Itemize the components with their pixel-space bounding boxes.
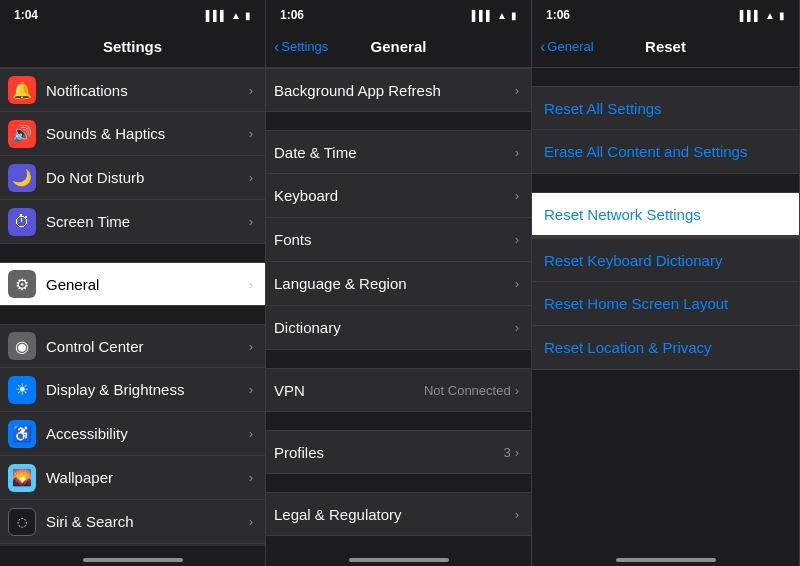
siri-label: Siri & Search <box>46 513 249 530</box>
time-2: 1:06 <box>280 8 304 22</box>
chevron-icon: › <box>515 507 519 522</box>
settings-title: Settings <box>103 38 162 55</box>
general-legal[interactable]: Legal & Regulatory › <box>266 492 531 536</box>
chevron-icon: › <box>249 126 253 141</box>
nav-bar-3: ‹ General Reset <box>532 28 799 68</box>
back-to-general[interactable]: ‹ General <box>540 38 594 56</box>
back-to-settings[interactable]: ‹ Settings <box>274 38 328 56</box>
general-group-1: Background App Refresh › <box>266 68 531 112</box>
settings-screentime[interactable]: ⏱ Screen Time › <box>0 200 265 244</box>
back-chevron-icon-2: ‹ <box>540 38 545 56</box>
home-bar-1 <box>83 558 183 562</box>
time-3: 1:06 <box>546 8 570 22</box>
reset-scroll[interactable]: Reset All Settings Erase All Content and… <box>532 68 799 546</box>
control-center-icon: ◉ <box>8 332 36 360</box>
wallpaper-icon: 🌄 <box>8 464 36 492</box>
settings-faceid[interactable]: 👤 Face ID & Passcode › <box>0 544 265 546</box>
settings-general[interactable]: ⚙ General › <box>0 262 265 306</box>
reset-keyboard-dict[interactable]: Reset Keyboard Dictionary <box>532 238 799 282</box>
dnd-icon: 🌙 <box>8 164 36 192</box>
profiles-value: 3 <box>503 445 510 460</box>
chevron-icon: › <box>249 470 253 485</box>
reset-location-privacy[interactable]: Reset Location & Privacy <box>532 326 799 370</box>
settings-display[interactable]: ☀ Display & Brightness › <box>0 368 265 412</box>
vpn-label: VPN <box>274 382 424 399</box>
chevron-icon: › <box>515 83 519 98</box>
legal-label: Legal & Regulatory <box>274 506 515 523</box>
home-indicator-3 <box>532 546 799 566</box>
siri-icon: ◌ <box>8 508 36 536</box>
status-bar-2: 1:06 ▌▌▌ ▲ ▮ <box>266 0 531 28</box>
home-indicator-1 <box>0 546 265 566</box>
display-icon: ☀ <box>8 376 36 404</box>
notifications-label: Notifications <box>46 82 249 99</box>
fonts-label: Fonts <box>274 231 515 248</box>
general-scroll[interactable]: Background App Refresh › Date & Time › K… <box>266 68 531 546</box>
signal-icon: ▌▌▌ <box>206 10 227 21</box>
settings-group-3: ◉ Control Center › ☀ Display & Brightnes… <box>0 324 265 546</box>
erase-all-content[interactable]: Erase All Content and Settings <box>532 130 799 174</box>
settings-scroll[interactable]: 🔔 Notifications › 🔊 Sounds & Haptics › 🌙… <box>0 68 265 546</box>
settings-accessibility[interactable]: ♿ Accessibility › <box>0 412 265 456</box>
time-1: 1:04 <box>14 8 38 22</box>
settings-siri[interactable]: ◌ Siri & Search › <box>0 500 265 544</box>
language-label: Language & Region <box>274 275 515 292</box>
nav-bar-2: ‹ Settings General <box>266 28 531 68</box>
chevron-icon: › <box>515 188 519 203</box>
general-vpn[interactable]: VPN Not Connected › <box>266 368 531 412</box>
chevron-icon: › <box>515 320 519 335</box>
chevron-icon: › <box>515 383 519 398</box>
chevron-icon: › <box>515 445 519 460</box>
general-datetime[interactable]: Date & Time › <box>266 130 531 174</box>
general-group-5: Legal & Regulatory › <box>266 492 531 536</box>
reset-home-screen-label: Reset Home Screen Layout <box>544 295 728 312</box>
reset-keyboard-dict-label: Reset Keyboard Dictionary <box>544 252 722 269</box>
bg-refresh-label: Background App Refresh <box>274 82 515 99</box>
settings-notifications[interactable]: 🔔 Notifications › <box>0 68 265 112</box>
general-bg-refresh[interactable]: Background App Refresh › <box>266 68 531 112</box>
status-icons-1: ▌▌▌ ▲ ▮ <box>206 10 251 21</box>
settings-sounds[interactable]: 🔊 Sounds & Haptics › <box>0 112 265 156</box>
chevron-icon: › <box>249 514 253 529</box>
general-dictionary[interactable]: Dictionary › <box>266 306 531 350</box>
general-profiles[interactable]: Profiles 3 › <box>266 430 531 474</box>
general-group-3: VPN Not Connected › <box>266 368 531 412</box>
settings-dnd[interactable]: 🌙 Do Not Disturb › <box>0 156 265 200</box>
reset-network-settings[interactable]: Reset Network Settings <box>532 192 799 236</box>
control-center-label: Control Center <box>46 338 249 355</box>
chevron-icon: › <box>249 170 253 185</box>
reset-group-2: Reset Network Settings <box>532 192 799 236</box>
keyboard-label: Keyboard <box>274 187 515 204</box>
reset-panel: 1:06 ▌▌▌ ▲ ▮ ‹ General Reset Reset All S… <box>532 0 800 566</box>
datetime-label: Date & Time <box>274 144 515 161</box>
chevron-icon: › <box>515 276 519 291</box>
back-label-general: General <box>547 39 593 54</box>
chevron-icon: › <box>249 382 253 397</box>
settings-group-1: 🔔 Notifications › 🔊 Sounds & Haptics › 🌙… <box>0 68 265 244</box>
accessibility-icon: ♿ <box>8 420 36 448</box>
erase-all-content-label: Erase All Content and Settings <box>544 143 747 160</box>
settings-control-center[interactable]: ◉ Control Center › <box>0 324 265 368</box>
notifications-icon: 🔔 <box>8 76 36 104</box>
general-keyboard[interactable]: Keyboard › <box>266 174 531 218</box>
general-language[interactable]: Language & Region › <box>266 262 531 306</box>
general-group-4: Profiles 3 › <box>266 430 531 474</box>
status-icons-2: ▌▌▌ ▲ ▮ <box>472 10 517 21</box>
chevron-icon: › <box>249 214 253 229</box>
reset-network-label: Reset Network Settings <box>544 206 701 223</box>
reset-home-screen[interactable]: Reset Home Screen Layout <box>532 282 799 326</box>
profiles-label: Profiles <box>274 444 503 461</box>
battery-icon: ▮ <box>245 10 251 21</box>
settings-wallpaper[interactable]: 🌄 Wallpaper › <box>0 456 265 500</box>
back-label-settings: Settings <box>281 39 328 54</box>
back-chevron-icon: ‹ <box>274 38 279 56</box>
signal-icon: ▌▌▌ <box>740 10 761 21</box>
reset-all-settings[interactable]: Reset All Settings <box>532 86 799 130</box>
dictionary-label: Dictionary <box>274 319 515 336</box>
sounds-icon: 🔊 <box>8 120 36 148</box>
general-fonts[interactable]: Fonts › <box>266 218 531 262</box>
sounds-label: Sounds & Haptics <box>46 125 249 142</box>
signal-icon: ▌▌▌ <box>472 10 493 21</box>
general-icon: ⚙ <box>8 270 36 298</box>
dnd-label: Do Not Disturb <box>46 169 249 186</box>
